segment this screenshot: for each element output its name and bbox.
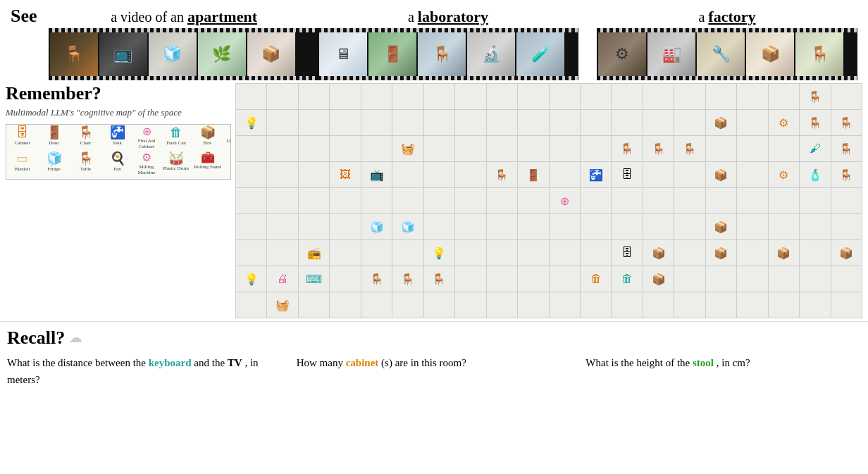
factory-label: a factory: [698, 8, 755, 26]
frame-5: 📦: [247, 32, 295, 76]
cell-icon-1-0: 💡: [244, 116, 259, 130]
grid-cell-5-19: [831, 214, 862, 239]
drum-icon: 🥁: [168, 152, 184, 165]
icon-milling: ⚙ Milling Machine: [133, 151, 160, 177]
grid-cell-6-16: [737, 240, 767, 266]
grid-cell-2-18: 🖌: [800, 136, 830, 161]
grid-cell-3-6: [424, 162, 454, 187]
lab-frame-3: 🪑: [418, 32, 466, 76]
grid-cell-4-3: [330, 188, 360, 213]
rolling-stand-label: Rolling Stand: [194, 165, 221, 170]
cell-icon-3-17: ⚙: [779, 168, 788, 182]
grid-cell-3-13: [643, 162, 674, 187]
grid-cell-0-3: [330, 84, 360, 109]
cell-icon-7-12: 🗑: [621, 273, 633, 285]
grid-cell-0-13: [643, 84, 674, 109]
cell-icon-7-1: 🖨: [277, 273, 288, 285]
apartment-frames: 🪑 📺 🧊 🌿 📦: [49, 32, 320, 76]
grid-cell-4-9: [518, 188, 548, 213]
milling-label: Milling Machine: [135, 165, 158, 175]
grid-cell-0-0: [236, 84, 266, 109]
grid-cell-0-16: [737, 84, 767, 109]
frame-4: 🌿: [198, 32, 246, 76]
pan-label: Pan: [113, 166, 121, 172]
grid-cell-5-17: [769, 214, 799, 239]
recall-q1: What is the distance between the keyboar…: [7, 354, 283, 388]
grid-cell-1-13: [643, 110, 674, 135]
cell-icon-2-13: 🪑: [652, 142, 666, 156]
grid-cell-5-18: [800, 214, 830, 239]
grid-cell-2-0: [236, 136, 266, 161]
grid-cell-2-9: [518, 136, 548, 161]
icon-trash: 🗑 Trash Can: [160, 125, 192, 147]
grid-cell-2-8: [487, 136, 517, 161]
grid-cell-4-7: [455, 188, 485, 213]
q2-text-after: (s) are in this room?: [381, 357, 466, 368]
icon-door: 🚪 Door: [38, 125, 70, 147]
q3-keyword-stool: stool: [693, 357, 714, 368]
grid-cell-3-8: 🪑: [487, 162, 517, 187]
recall-q2: How many cabinet (s) are in this room?: [297, 354, 572, 388]
cell-icon-3-4: 📺: [370, 168, 384, 182]
cell-icon-7-11: 🗑: [590, 273, 602, 285]
milling-icon: ⚙: [142, 152, 151, 163]
grid-cell-2-4: [361, 136, 392, 161]
factory-filmstrip[interactable]: ⚙ 🏭 🔧 📦 🪑: [597, 28, 857, 80]
cell-icon-6-15: 📦: [714, 247, 728, 260]
icon-rolling-stand: 🧰 Rolling Stand: [192, 151, 223, 172]
q1-keyword-keyboard: keyboard: [149, 357, 192, 368]
cell-icon-3-19: 🪑: [839, 168, 853, 182]
grid-cell-6-14: [674, 240, 705, 266]
grid-cell-6-6: 💡: [424, 240, 454, 266]
door-label: Door: [49, 140, 58, 146]
cell-icon-1-18: 🪑: [808, 116, 822, 130]
grid-cell-5-10: [550, 214, 580, 239]
grid-cell-1-5: [392, 110, 423, 135]
icon-drum: 🥁 Plastic Drum: [160, 151, 192, 173]
cell-icon-7-13: 📦: [652, 273, 666, 286]
lab-filmstrip[interactable]: 🖥 🚪 🪑 🔬 🧪: [318, 28, 578, 80]
cell-icon-6-19: 📦: [839, 247, 853, 260]
grid-cell-1-10: [550, 110, 580, 135]
q1-keyword-tv: TV: [228, 357, 242, 368]
grid-cell-0-1: [267, 84, 297, 109]
grid-cell-6-4: [361, 240, 392, 266]
grid-cell-3-3: 🖼: [330, 162, 360, 187]
see-block: See a video of an apartment 🪑 📺 🧊 🌿 📦: [11, 6, 299, 80]
grid-cell-3-18: 🧴: [800, 162, 830, 187]
grid-cell-0-7: [455, 84, 485, 109]
cell-icon-6-2: 📻: [307, 247, 321, 260]
grid-cell-4-10: ⊕: [550, 188, 580, 213]
grid-cell-3-7: [455, 162, 485, 187]
recall-label: Recall?: [7, 328, 65, 349]
grid-cell-8-11: [581, 292, 611, 318]
grid-cell-7-13: 📦: [643, 266, 674, 292]
cell-icon-1-15: 📦: [714, 116, 728, 130]
grid-cell-1-17: ⚙: [769, 110, 799, 135]
blanket-label: Blanket: [15, 166, 30, 172]
grid-cell-7-17: [769, 266, 799, 292]
grid-cell-0-12: [612, 84, 642, 109]
icon-chair: 🪑 Chair: [70, 125, 101, 147]
grid-cell-5-8: [487, 214, 517, 239]
grid-cell-6-19: 📦: [831, 240, 862, 266]
apartment-filmstrip[interactable]: 🪑 📺 🧊 🌿 📦: [49, 28, 320, 80]
trash-icon: 🗑: [170, 126, 182, 139]
grid-cell-1-0: 💡: [236, 110, 266, 135]
grid-cell-6-13: 📦: [643, 240, 674, 266]
q3-text-after: , in cm?: [717, 357, 750, 368]
grid-cell-0-4: [361, 84, 392, 109]
factory-frame-1: ⚙: [598, 32, 646, 76]
grid-cell-1-18: 🪑: [800, 110, 830, 135]
grid-cell-8-3: [330, 292, 360, 318]
grid-cell-4-6: [424, 188, 454, 213]
grid-cell-7-4: 🪑: [361, 266, 392, 292]
factory-frame-4: 📦: [746, 32, 794, 76]
grid-cell-1-11: [581, 110, 611, 135]
box-label: Box: [204, 140, 212, 146]
grid-cell-6-2: 📻: [299, 240, 329, 266]
icon-table: 🪑 Table: [70, 151, 101, 173]
grid-cell-5-2: [299, 214, 329, 239]
cell-icon-6-12: 🗄: [621, 247, 633, 259]
grid-cell-5-1: [267, 214, 297, 239]
